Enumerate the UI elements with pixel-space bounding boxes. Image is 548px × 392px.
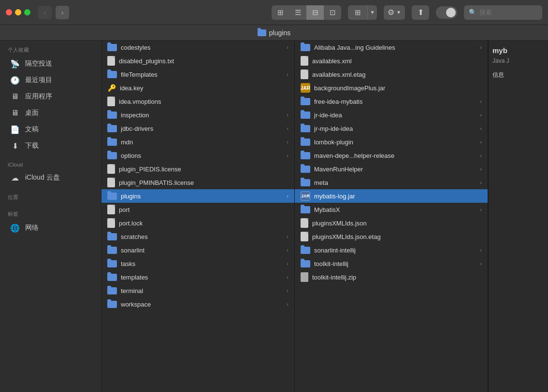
list-item[interactable]: JARmybatis-log.jar <box>295 189 488 203</box>
file-name: backgroundImagePlus.jar <box>314 84 482 92</box>
list-item[interactable]: 🔑idea.key <box>101 81 294 95</box>
maximize-button[interactable] <box>24 9 30 15</box>
list-item[interactable]: mdn› <box>101 135 294 149</box>
forward-button[interactable]: › <box>56 6 69 19</box>
share-button[interactable]: ⬆ <box>412 5 429 20</box>
list-item[interactable]: jr-ide-idea› <box>295 108 488 122</box>
file-name: pluginsXMLIds.json <box>312 220 482 227</box>
list-view-button[interactable]: ☰ <box>289 5 306 20</box>
folder-icon <box>107 193 117 200</box>
list-item[interactable]: sonarlint-intellij› <box>295 243 488 257</box>
list-item[interactable]: tasks› <box>101 257 294 270</box>
sidebar-item-desktop[interactable]: 🖥 桌面 <box>2 105 99 121</box>
list-item[interactable]: options› <box>101 149 294 162</box>
file-name: pluginsXMLIds.json.etag <box>312 233 482 240</box>
list-item[interactable]: MybatisX› <box>295 203 488 216</box>
list-item[interactable]: port.lock <box>101 216 294 230</box>
list-item[interactable]: codestyles› <box>101 41 294 54</box>
file-icon <box>301 70 308 79</box>
list-item[interactable]: toolkit-intellij› <box>295 257 488 270</box>
folder-icon <box>301 179 310 186</box>
folder-icon <box>107 274 117 281</box>
list-item[interactable]: workspace› <box>101 297 294 311</box>
file-icon <box>301 56 308 66</box>
list-item[interactable]: jdbc-drivers› <box>101 122 294 135</box>
info-filetype: Java J <box>492 57 542 64</box>
folder-icon <box>107 44 117 51</box>
list-item[interactable]: Alibaba Java...ing Guidelines› <box>295 41 488 54</box>
chevron-right-icon: › <box>480 139 482 145</box>
list-item[interactable]: meta› <box>295 176 488 189</box>
list-item[interactable]: terminal› <box>101 284 294 297</box>
search-input[interactable] <box>479 9 537 16</box>
column-view-button[interactable]: ⊟ <box>306 5 324 20</box>
list-item[interactable]: plugin_PMINBATIS.license <box>101 176 294 189</box>
list-item[interactable]: pluginsXMLIds.json.etag <box>295 230 488 243</box>
folder-icon <box>301 139 310 146</box>
list-item[interactable]: port <box>101 203 294 216</box>
chevron-right-icon: › <box>287 288 288 294</box>
sidebar-item-apps[interactable]: 🖥 应用程序 <box>2 88 99 105</box>
file-icon <box>301 218 308 228</box>
chevron-right-icon: › <box>287 193 288 199</box>
file-icon <box>107 164 115 174</box>
sidebar-item-docs[interactable]: 📄 文稿 <box>2 121 99 138</box>
file-icon <box>107 56 115 66</box>
list-item[interactable]: fileTemplates› <box>101 68 294 81</box>
breadcrumb-folder-icon <box>258 29 266 36</box>
recent-icon: 🕐 <box>10 75 20 85</box>
sidebar-item-icloud[interactable]: ☁ iCloud 云盘 <box>2 169 99 186</box>
file-name: plugin_PMINBATIS.license <box>119 179 288 186</box>
list-item[interactable]: sonarlint› <box>101 243 294 257</box>
sidebar-item-recent[interactable]: 🕐 最近项目 <box>2 72 99 88</box>
icloud-icon: ☁ <box>10 172 20 183</box>
chevron-right-icon: › <box>480 247 482 253</box>
file-name: MavenRunHelper <box>314 166 476 173</box>
close-button[interactable] <box>6 9 12 15</box>
list-item[interactable]: jr-mp-ide-idea› <box>295 122 488 135</box>
sidebar-item-label-recent: 最近项目 <box>25 76 52 84</box>
settings-button[interactable]: ⚙ ▼ <box>384 5 405 20</box>
grid-view-button[interactable]: ⊞ <box>348 5 367 20</box>
traffic-lights <box>6 9 30 15</box>
list-item[interactable]: disabled_plugins.txt <box>101 54 294 68</box>
info-label: 信息 <box>492 71 542 79</box>
list-item[interactable]: pluginsXMLIds.json <box>295 216 488 230</box>
chevron-right-icon: › <box>287 139 288 145</box>
list-item[interactable]: maven-depe...helper-release› <box>295 149 488 162</box>
list-item[interactable]: toolkit-intellij.zip <box>295 270 488 284</box>
list-item[interactable]: plugin_PIEDIS.license <box>101 162 294 176</box>
list-item[interactable]: inspection› <box>101 108 294 122</box>
sidebar-item-downloads[interactable]: ⬇ 下载 <box>2 138 99 154</box>
list-item[interactable]: MavenRunHelper› <box>295 162 488 176</box>
list-item[interactable]: lombok-plugin› <box>295 135 488 149</box>
file-name: free-idea-mybatis <box>314 98 476 105</box>
gallery-view-button[interactable]: ⊡ <box>324 5 341 20</box>
sidebar-item-network[interactable]: 🌐 网络 <box>2 220 99 236</box>
icon-view-button[interactable]: ⊞ <box>272 5 289 20</box>
airdrop-icon: 📡 <box>10 58 20 69</box>
folder-icon <box>301 166 310 173</box>
list-item[interactable]: availables.xml.etag <box>295 68 488 81</box>
list-item[interactable]: plugins› <box>101 189 294 203</box>
apps-icon: 🖥 <box>10 91 20 102</box>
list-item[interactable]: templates› <box>101 270 294 284</box>
minimize-button[interactable] <box>15 9 21 15</box>
file-name: toolkit-intellij.zip <box>312 274 482 281</box>
back-button[interactable]: ‹ <box>38 6 52 19</box>
list-item[interactable]: free-idea-mybatis› <box>295 95 488 108</box>
share-icon: ⬆ <box>418 8 424 17</box>
file-column-1: codestyles›disabled_plugins.txtfileTempl… <box>101 41 295 392</box>
folder-icon <box>107 112 117 119</box>
toggle-button[interactable] <box>436 6 457 19</box>
sidebar-item-label-network: 网络 <box>25 224 39 232</box>
sidebar-item-airdrop[interactable]: 📡 隔空投送 <box>2 56 99 72</box>
settings-chevron: ▼ <box>396 10 401 15</box>
list-item[interactable]: JARbackgroundImagePlus.jar <box>295 81 488 95</box>
list-item[interactable]: availables.xml <box>295 54 488 68</box>
file-name: mybatis-log.jar <box>314 193 482 200</box>
list-item[interactable]: idea.vmoptions <box>101 95 294 108</box>
chevron-right-icon: › <box>287 112 288 118</box>
view-dropdown-chevron[interactable]: ▼ <box>367 5 377 20</box>
list-item[interactable]: scratches› <box>101 230 294 243</box>
